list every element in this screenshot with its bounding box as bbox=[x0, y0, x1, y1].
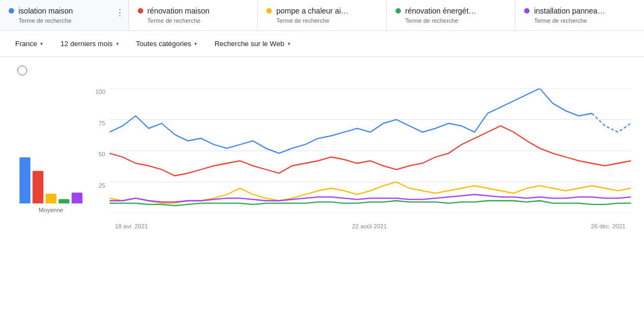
chevron-category-icon: ▾ bbox=[194, 41, 197, 47]
x-axis-label: 22 août 2021 bbox=[352, 223, 387, 229]
search-term-term4[interactable]: rénovation énergét… Terme de recherche bbox=[387, 0, 516, 30]
term-type-term4: Terme de recherche bbox=[405, 17, 507, 24]
avg-bar-1 bbox=[33, 171, 43, 203]
help-icon[interactable] bbox=[17, 66, 27, 75]
term-name-term3: pompe a chaleur ai… bbox=[276, 7, 348, 15]
y-axis-label: 25 bbox=[89, 182, 105, 189]
term-dot-term2 bbox=[138, 8, 143, 14]
search-term-term3[interactable]: pompe a chaleur ai… Terme de recherche bbox=[258, 0, 387, 30]
avg-bar-2 bbox=[46, 194, 56, 203]
term-name-term4: rénovation énergét… bbox=[405, 7, 476, 15]
filter-category[interactable]: Toutes catégories▾ bbox=[130, 36, 204, 51]
main-content: Moyenne 100755025 18 avr. 202122 août 20… bbox=[0, 57, 644, 238]
line-chart-area: 100755025 18 avr. 202122 août 202126 déc… bbox=[89, 88, 631, 229]
filter-period[interactable]: 12 derniers mois▾ bbox=[54, 36, 125, 51]
filter-bar: France▾12 derniers mois▾Toutes catégorie… bbox=[0, 31, 644, 57]
term-menu-icon[interactable]: ⋮ bbox=[116, 8, 124, 18]
term-type-term1: Terme de recherche bbox=[18, 17, 120, 24]
filter-label-period: 12 derniers mois bbox=[60, 40, 112, 48]
bar-chart-area: Moyenne bbox=[13, 88, 89, 229]
filter-label-search_type: Recherche sur le Web bbox=[214, 40, 284, 48]
x-axis-label: 18 avr. 2021 bbox=[115, 223, 148, 229]
y-axis-label: 75 bbox=[89, 120, 105, 126]
search-term-term2[interactable]: rénovation maison Terme de recherche bbox=[129, 0, 258, 30]
term-dot-term5 bbox=[524, 8, 530, 14]
term-dot-term1 bbox=[9, 8, 14, 14]
term-type-term2: Terme de recherche bbox=[148, 17, 249, 24]
avg-bar-4 bbox=[72, 193, 82, 203]
filter-search_type[interactable]: Recherche sur le Web▾ bbox=[208, 36, 296, 51]
y-axis-label: 50 bbox=[89, 151, 105, 157]
avg-bar-label: Moyenne bbox=[39, 207, 63, 213]
term-type-term3: Terme de recherche bbox=[276, 17, 378, 24]
term-name-term1: isolation maison bbox=[18, 7, 73, 15]
term-name-term5: installation pannea… bbox=[534, 7, 605, 15]
chevron-period-icon: ▾ bbox=[116, 41, 119, 47]
avg-bar-chart bbox=[20, 117, 82, 203]
filter-label-category: Toutes catégories bbox=[136, 40, 192, 48]
avg-bar-3 bbox=[59, 199, 69, 203]
term-dot-term3 bbox=[266, 8, 272, 14]
search-terms-bar: isolation maison ⋮ Terme de recherche ré… bbox=[0, 0, 644, 31]
y-axis-label: 100 bbox=[89, 88, 105, 95]
term-type-term5: Terme de recherche bbox=[534, 17, 635, 24]
term-name-term2: rénovation maison bbox=[148, 7, 209, 15]
term-dot-term4 bbox=[396, 8, 401, 14]
chevron-search_type-icon: ▾ bbox=[288, 41, 290, 47]
chevron-country-icon: ▾ bbox=[40, 41, 43, 47]
x-axis-label: 26 déc. 2021 bbox=[591, 223, 626, 229]
search-term-term1[interactable]: isolation maison ⋮ Terme de recherche bbox=[0, 0, 129, 30]
filter-label-country: France bbox=[15, 40, 37, 48]
section-title bbox=[13, 66, 27, 75]
filter-country[interactable]: France▾ bbox=[9, 36, 49, 51]
search-term-term5[interactable]: installation pannea… Terme de recherche bbox=[515, 0, 644, 30]
avg-bar-0 bbox=[20, 157, 30, 203]
